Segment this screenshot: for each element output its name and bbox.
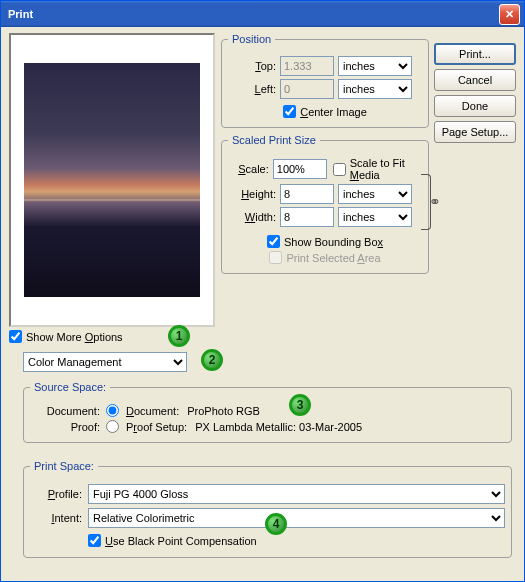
window-title: Print [5,8,499,20]
height-input[interactable] [280,184,334,204]
show-bbox-checkbox[interactable] [267,235,280,248]
page-setup-button[interactable]: Page Setup... [434,121,516,143]
scaled-group: Scaled Print Size Scale: Scale to Fit Me… [221,134,429,274]
document-radio[interactable] [106,404,119,417]
top-units-select[interactable]: inches [338,56,412,76]
print-space-group: Print Space: Profile: Fuji PG 4000 Gloss… [23,460,512,558]
top-input [280,56,334,76]
document-radio-label[interactable]: Document: [106,404,179,417]
print-selected-checkbox [269,251,282,264]
fit-media-checkbox[interactable] [333,163,346,176]
profile-label: Profile: [30,488,82,500]
options-mode-select[interactable]: Color Management [23,352,187,372]
width-units-select[interactable]: inches [338,207,412,227]
left-label: Left: [228,83,276,95]
annotation-bubble-2: 2 [201,349,223,371]
profile-select[interactable]: Fuji PG 4000 Gloss [88,484,505,504]
document-value: ProPhoto RGB [187,405,260,417]
show-more-options[interactable]: Show More Options [9,330,123,343]
width-label: Width: [228,211,276,223]
source-space-group: Source Space: Document: Document: ProPho… [23,381,512,443]
fit-media-check[interactable]: Scale to Fit Media [333,157,422,181]
preview-image [24,63,200,297]
height-units-select[interactable]: inches [338,184,412,204]
height-label: Height: [228,188,276,200]
intent-label: Intent: [30,512,82,524]
scale-label: Scale: [228,163,269,175]
print-button[interactable]: Print... [434,43,516,65]
center-image-check[interactable]: Center Image [283,105,367,118]
source-legend: Source Space: [30,381,110,393]
left-units-select[interactable]: inches [338,79,412,99]
proof-radio[interactable] [106,420,119,433]
position-legend: Position [228,33,275,45]
center-image-checkbox[interactable] [283,105,296,118]
proof-radio-label[interactable]: Proof Setup: [106,420,187,433]
proof-label: Proof: [30,421,100,433]
link-icon[interactable]: ⚭ [426,194,444,210]
close-icon: ✕ [505,8,514,21]
left-input [280,79,334,99]
button-column: Print... Cancel Done Page Setup... [434,43,516,143]
close-button[interactable]: ✕ [499,4,520,25]
document-label: Document: [30,405,100,417]
cancel-button[interactable]: Cancel [434,69,516,91]
titlebar: Print ✕ [1,1,524,27]
scaled-legend: Scaled Print Size [228,134,320,146]
print-dialog: Print ✕ Position Top: inches Left: inche… [0,0,525,582]
position-group: Position Top: inches Left: inches Center… [221,33,429,128]
width-input[interactable] [280,207,334,227]
proof-value: PX Lambda Metallic: 03-Mar-2005 [195,421,362,433]
print-preview [9,33,215,327]
bpc-check[interactable]: Use Black Point Compensation [88,534,257,547]
intent-select[interactable]: Relative Colorimetric [88,508,505,528]
done-button[interactable]: Done [434,95,516,117]
print-selected-check: Print Selected Area [269,251,380,264]
show-bbox-check[interactable]: Show Bounding Box [267,235,383,248]
show-more-options-checkbox[interactable] [9,330,22,343]
bpc-checkbox[interactable] [88,534,101,547]
scale-input[interactable] [273,159,327,179]
print-space-legend: Print Space: [30,460,98,472]
annotation-bubble-1: 1 [168,325,190,347]
top-label: Top: [228,60,276,72]
